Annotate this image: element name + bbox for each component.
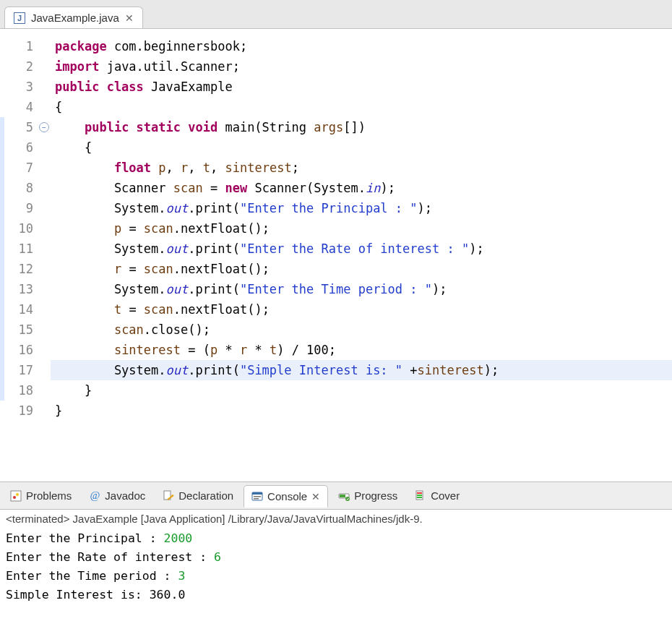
close-icon[interactable]: ✕ (125, 12, 134, 24)
declaration-icon (163, 490, 174, 502)
tab-label: Declaration (178, 489, 233, 502)
line-number: 13 (4, 279, 33, 299)
problems-icon (10, 490, 22, 502)
line-number: 14 (4, 299, 33, 320)
svg-rect-7 (254, 498, 259, 500)
svg-rect-9 (340, 495, 345, 497)
console-output[interactable]: Enter the Principal : 2000Enter the Rate… (0, 526, 672, 642)
javadoc-icon: @ (89, 490, 100, 502)
svg-point-2 (16, 493, 19, 496)
svg-rect-0 (11, 491, 21, 501)
tab-label: Javadoc (105, 489, 145, 502)
tab-declaration[interactable]: Declaration (155, 485, 241, 506)
fold-strip: − (38, 36, 51, 421)
tab-label: Problems (26, 489, 72, 502)
line-number: 19 (4, 401, 33, 421)
console-line: Enter the Rate of interest : 6 (6, 548, 666, 567)
code-lines[interactable]: package com.beginnersbook;import java.ut… (51, 36, 672, 421)
code-line[interactable]: sinterest = (p * r * t) / 100; (51, 340, 672, 360)
tab-label: Console (267, 490, 307, 502)
tab-problems[interactable]: Problems (3, 485, 79, 506)
code-line[interactable]: t = scan.nextFloat(); (51, 299, 672, 320)
code-line[interactable]: System.out.print("Simple Interest is: " … (51, 360, 672, 380)
tab-label: Progress (354, 489, 397, 502)
svg-rect-13 (417, 495, 422, 496)
line-number: 18 (4, 380, 33, 401)
console-line: Enter the Principal : 2000 (6, 529, 666, 548)
java-file-icon: J (14, 12, 25, 24)
line-number: 5 (4, 117, 33, 137)
code-line[interactable]: Scanner scan = new Scanner(System.in); (51, 178, 672, 198)
line-number: 17 (4, 360, 33, 380)
code-line[interactable]: { (51, 97, 672, 117)
code-line[interactable]: } (51, 380, 672, 401)
code-line[interactable]: public static void main(String args[]) (51, 117, 672, 137)
svg-rect-14 (417, 497, 422, 498)
line-number: 4 (4, 97, 33, 117)
line-number: 11 (4, 239, 33, 259)
line-number: 8 (4, 178, 33, 198)
tab-progress[interactable]: Progress (331, 485, 405, 506)
editor-tab-title: JavaExample.java (31, 12, 119, 24)
tab-javadoc[interactable]: @ Javadoc (82, 485, 152, 506)
svg-point-10 (345, 497, 350, 501)
code-editor[interactable]: 12345678910111213141516171819 − package … (0, 29, 672, 482)
svg-point-1 (13, 496, 16, 499)
bottom-panel: Problems @ Javadoc Declaration Console ✕… (0, 482, 672, 642)
line-number: 12 (4, 259, 33, 279)
code-line[interactable]: float p, r, t, sinterest; (51, 158, 672, 178)
progress-icon (338, 490, 350, 502)
code-line[interactable]: package com.beginnersbook; (51, 36, 672, 56)
code-line[interactable]: p = scan.nextFloat(); (51, 218, 672, 239)
line-number: 10 (4, 218, 33, 239)
tab-label: Cover (431, 489, 460, 502)
editor-tab-javaexample[interactable]: J JavaExample.java ✕ (4, 7, 143, 28)
line-number: 16 (4, 340, 33, 360)
svg-rect-12 (417, 492, 422, 494)
fold-toggle-icon[interactable]: − (39, 122, 49, 132)
code-line[interactable]: r = scan.nextFloat(); (51, 259, 672, 279)
svg-rect-6 (254, 496, 261, 497)
code-line[interactable]: import java.util.Scanner; (51, 56, 672, 77)
line-number: 1 (4, 36, 33, 56)
code-line[interactable]: System.out.print("Enter the Rate of inte… (51, 239, 672, 259)
line-number: 9 (4, 198, 33, 218)
code-line[interactable]: public class JavaExample (51, 77, 672, 97)
coverage-icon (415, 490, 426, 502)
line-number: 15 (4, 320, 33, 340)
console-process-label: <terminated> JavaExample [Java Applicati… (0, 510, 672, 526)
code-line[interactable]: System.out.print("Enter the Time period … (51, 279, 672, 299)
code-line[interactable]: } (51, 401, 672, 421)
line-number: 6 (4, 137, 33, 158)
code-line[interactable]: System.out.print("Enter the Principal : … (51, 198, 672, 218)
line-number: 3 (4, 77, 33, 97)
line-number-gutter: 12345678910111213141516171819 (4, 36, 38, 421)
svg-rect-5 (252, 492, 262, 495)
console-icon (251, 491, 263, 502)
tab-coverage[interactable]: Cover (408, 485, 467, 506)
line-number: 7 (4, 158, 33, 178)
tab-console[interactable]: Console ✕ (244, 485, 328, 508)
line-number: 2 (4, 56, 33, 77)
console-line: Enter the Time period : 3 (6, 567, 666, 586)
code-line[interactable]: { (51, 137, 672, 158)
bottom-tabs: Problems @ Javadoc Declaration Console ✕… (0, 482, 672, 510)
close-icon[interactable]: ✕ (311, 491, 320, 502)
code-line[interactable]: scan.close(); (51, 320, 672, 340)
console-line: Simple Interest is: 360.0 (6, 586, 666, 604)
editor-tabbar: J JavaExample.java ✕ (0, 0, 672, 29)
